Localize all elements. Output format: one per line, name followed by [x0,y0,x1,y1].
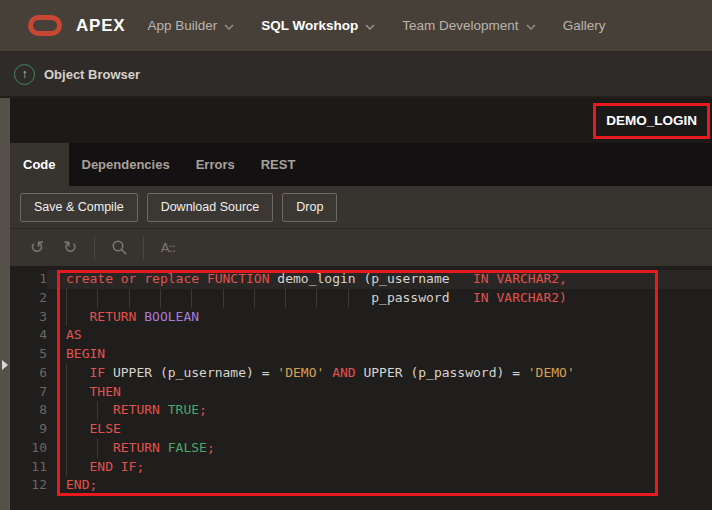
topnav-menu: App BuilderSQL WorkshopTeam DevelopmentG… [148,18,606,33]
code-line: 10 RETURN FALSE; [10,439,712,458]
code-line-text: RETURN FALSE; [66,439,215,458]
line-number: 2 [10,289,47,308]
code-line: 12END; [10,476,712,495]
indent-guide [348,289,349,308]
indent-guide [223,289,224,308]
tab-errors[interactable]: Errors [183,143,248,186]
oracle-logo-icon[interactable] [28,15,62,36]
indent-guide [316,289,317,308]
indent-guide [97,289,98,308]
search-button[interactable] [106,235,132,261]
indent-guide [97,401,98,420]
code-line-text: BEGIN [66,345,105,364]
code-line-text: RETURN TRUE; [66,401,207,420]
nav-item-label: SQL Workshop [261,18,358,33]
font-size-icon: A:: [161,241,175,254]
object-name: DEMO_LOGIN [606,113,697,128]
code-line: 8 RETURN TRUE; [10,401,712,420]
chevron-down-icon [526,24,536,30]
indent-guide [66,308,67,327]
expand-tree-icon [2,360,8,370]
line-number: 7 [10,383,47,402]
code-line-text: END IF; [66,458,144,477]
indent-guide [160,289,161,308]
indent-guide [66,364,67,383]
undo-icon: ↺ [30,239,44,256]
line-number: 4 [10,326,47,345]
up-arrow-icon[interactable]: ↑ [14,64,35,85]
code-line: 4AS [10,326,712,345]
code-line: 11 END IF; [10,458,712,477]
code-line: 7 THEN [10,383,712,402]
code-line-text: END; [66,476,97,495]
undo-button[interactable]: ↺ [24,235,50,261]
code-lines: 1create or replace FUNCTION demo_login (… [10,270,712,495]
tab-bar: CodeDependenciesErrorsREST [10,143,712,186]
code-line-text: THEN [66,383,121,402]
code-line-text: create or replace FUNCTION demo_login (p… [66,270,567,289]
line-number: 1 [10,270,47,289]
tab-rest[interactable]: REST [248,143,309,186]
nav-item-app-builder[interactable]: App Builder [148,18,235,33]
code-line: 2 p_password IN VARCHAR2) [10,289,712,308]
drop-button[interactable]: Drop [282,193,337,222]
toolbar-divider [94,236,95,260]
redo-button[interactable]: ↻ [57,235,83,261]
annotation-box-object-name: DEMO_LOGIN [593,103,710,139]
nav-item-label: Team Development [402,18,518,33]
indent-guide [66,383,67,402]
code-line-text: IF UPPER (p_username) = 'DEMO' AND UPPER… [66,364,575,383]
tree-pane-splitter[interactable] [0,98,10,510]
indent-guide [191,289,192,308]
code-line: 5BEGIN [10,345,712,364]
indent-guide [97,439,98,458]
top-navigation-bar: APEX App BuilderSQL WorkshopTeam Develop… [0,0,712,52]
code-line: 3 RETURN BOOLEAN [10,308,712,327]
tab-code[interactable]: Code [10,143,69,186]
code-line: 1create or replace FUNCTION demo_login (… [10,270,712,289]
line-number: 12 [10,476,47,495]
save-compile-button[interactable]: Save & Compile [20,193,138,222]
font-adjust-button[interactable]: A:: [155,235,181,261]
action-button-bar: Save & CompileDownload SourceDrop [10,186,712,228]
tab-dependencies[interactable]: Dependencies [69,143,183,186]
chevron-down-icon [365,24,375,30]
redo-icon: ↻ [63,239,77,256]
line-number: 9 [10,420,47,439]
breadcrumb-title: Object Browser [44,67,140,82]
code-line: 6 IF UPPER (p_username) = 'DEMO' AND UPP… [10,364,712,383]
nav-item-label: App Builder [148,18,218,33]
indent-guide [66,289,67,308]
chevron-down-icon [224,24,234,30]
line-number: 8 [10,401,47,420]
code-line-text: AS [66,326,82,345]
indent-guide [66,458,67,477]
nav-item-label: Gallery [563,18,606,33]
indent-guide [254,289,255,308]
brand-apex[interactable]: APEX [76,16,126,36]
code-line-text: ELSE [66,420,121,439]
apex-object-browser-window: APEX App BuilderSQL WorkshopTeam Develop… [0,0,712,510]
indent-guide [285,289,286,308]
code-line: 9 ELSE [10,420,712,439]
line-number: 3 [10,308,47,327]
code-line-text: p_password IN VARCHAR2) [66,289,567,308]
nav-item-team-development[interactable]: Team Development [402,18,535,33]
indent-guide [66,401,67,420]
nav-item-sql-workshop[interactable]: SQL Workshop [261,18,375,33]
breadcrumb-bar: ↑ Object Browser [0,52,712,98]
search-icon [111,239,128,256]
code-line-text: RETURN BOOLEAN [66,308,199,327]
nav-item-gallery[interactable]: Gallery [563,18,606,33]
download-source-button[interactable]: Download Source [147,193,274,222]
line-number: 11 [10,458,47,477]
toolbar-divider [143,236,144,260]
indent-guide [66,420,67,439]
code-editor[interactable]: 1create or replace FUNCTION demo_login (… [10,266,712,510]
main-content: DEMO_LOGIN CodeDependenciesErrorsREST Sa… [0,98,712,510]
line-number: 5 [10,345,47,364]
editor-toolbar: ↺↻A:: [10,228,712,266]
line-number: 6 [10,364,47,383]
indent-guide [129,289,130,308]
line-number: 10 [10,439,47,458]
